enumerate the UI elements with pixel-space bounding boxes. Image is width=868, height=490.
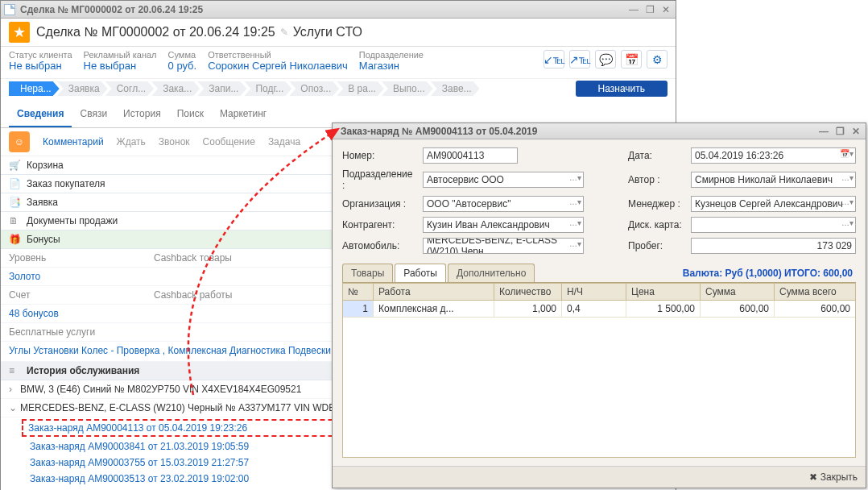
expand-icon[interactable]: ›: [9, 384, 20, 395]
maximize-icon[interactable]: ❐: [833, 125, 846, 138]
col-price[interactable]: Цена: [626, 284, 701, 300]
manager-label: Менеджер :: [628, 198, 684, 210]
account-label: Счет: [9, 289, 154, 301]
action-task[interactable]: Задача: [268, 136, 300, 147]
car-title-0: BMW, 3 (E46) Синий № М802УР750 VIN X4XEV…: [20, 384, 301, 395]
stage-5[interactable]: Подг...: [244, 81, 291, 96]
stage-4[interactable]: Запи...: [197, 81, 246, 96]
resp-value[interactable]: Сорокин Сергей Николаевич: [208, 60, 348, 72]
call-out-icon[interactable]: ↗℡: [569, 50, 590, 69]
level-value[interactable]: Золото: [9, 271, 40, 282]
cell-n: 1: [343, 301, 374, 317]
dropdown-icon[interactable]: …▾: [569, 173, 581, 182]
col-nh[interactable]: Н/Ч: [562, 284, 626, 300]
cart-icon: 🛒: [9, 160, 22, 171]
status-value[interactable]: Не выбран: [9, 60, 72, 72]
col-qty[interactable]: Количество: [494, 284, 562, 300]
dropdown-icon[interactable]: …▾: [841, 173, 854, 182]
sub-tabs: Товары Работы Дополнительно Валюта: Руб …: [342, 264, 856, 283]
meta-row: Статус клиентаНе выбран Рекламный каналН…: [1, 47, 676, 79]
account-value[interactable]: 48 бонусов: [9, 308, 59, 319]
org-input[interactable]: ООО "Автосервис"…▾: [423, 196, 584, 212]
close-icon[interactable]: ✕: [659, 3, 672, 16]
action-comment[interactable]: Комментарий: [43, 136, 104, 147]
col-n[interactable]: №: [343, 284, 374, 300]
dropdown-icon[interactable]: …▾: [569, 197, 581, 206]
channel-label: Рекламный канал: [84, 50, 157, 60]
contr-input[interactable]: Кузин Иван Александрович…▾: [423, 217, 584, 233]
child-title: Заказ-наряд № АМ90004113 от 05.04.2019: [341, 126, 817, 137]
tab-search[interactable]: Поиск: [169, 102, 212, 127]
minimize-icon[interactable]: —: [817, 125, 830, 138]
close-button[interactable]: ✖Закрыть: [809, 471, 858, 483]
author-label: Автор :: [628, 174, 684, 185]
calendar-picker-icon[interactable]: 📅▾: [840, 149, 854, 158]
settings-icon[interactable]: ⚙: [647, 50, 668, 69]
sum-label: Сумма: [168, 50, 197, 60]
stage-0[interactable]: Нера...: [9, 81, 60, 96]
org-label: Организация :: [342, 198, 416, 210]
dept-value[interactable]: Магазин: [359, 60, 424, 72]
run-input[interactable]: 173 029: [691, 238, 856, 254]
section-docs-label: Документы продажи: [27, 215, 118, 226]
stage-3[interactable]: Зака...: [151, 81, 200, 96]
maximize-icon[interactable]: ❐: [643, 3, 656, 16]
stage-1[interactable]: Заявка: [57, 81, 108, 96]
minimize-icon[interactable]: —: [627, 3, 640, 16]
col-sum[interactable]: Сумма: [701, 284, 775, 300]
star-icon: ★: [9, 22, 30, 43]
action-wait[interactable]: Ждать: [117, 136, 146, 147]
stage-8[interactable]: Выпо...: [382, 81, 433, 96]
works-grid[interactable]: № Работа Количество Н/Ч Цена Сумма Сумма…: [342, 283, 856, 458]
call-in-icon[interactable]: ↙℡: [544, 50, 564, 69]
header-row: ★ Сделка № МГ0000002 от 20.06.24 19:25 ✎…: [1, 19, 676, 47]
sum-value[interactable]: 0 руб.: [168, 60, 197, 72]
cell-total: 600,00: [775, 301, 855, 317]
section-history-label: История обслуживания: [27, 365, 139, 376]
tab-history[interactable]: История: [115, 102, 169, 127]
date-input[interactable]: 05.04.2019 16:23:26📅▾: [691, 147, 856, 164]
close-icon[interactable]: ✕: [849, 125, 862, 138]
stage-6[interactable]: Опоз...: [289, 81, 339, 96]
history-icon: ≡: [9, 365, 22, 376]
subtab-works[interactable]: Работы: [395, 264, 446, 282]
assign-button[interactable]: Назначить: [576, 81, 668, 97]
tab-marketing[interactable]: Маркетинг: [212, 102, 275, 127]
gift-icon: 🎁: [9, 234, 22, 245]
stage-9[interactable]: Заве...: [431, 81, 480, 96]
contr-label: Контрагент:: [342, 219, 416, 230]
num-input[interactable]: АМ90004113: [423, 147, 518, 164]
collapse-icon[interactable]: ⌄: [9, 402, 20, 413]
child-title-bar: Заказ-наряд № АМ90004113 от 05.04.2019 —…: [333, 123, 866, 139]
tab-links[interactable]: Связи: [72, 102, 115, 127]
comment-icon[interactable]: ☺: [9, 131, 30, 152]
dropdown-icon[interactable]: …▾: [569, 239, 581, 248]
channel-value[interactable]: Не выбран: [84, 60, 157, 72]
action-call[interactable]: Звонок: [159, 136, 190, 147]
calendar-icon[interactable]: 📅: [621, 50, 642, 69]
edit-icon[interactable]: ✎: [280, 27, 288, 38]
title-bar: Сделка № МГ0000002 от 20.06.24 19:25 — ❐…: [1, 1, 676, 19]
close-x-icon: ✖: [809, 471, 817, 483]
section-request-label: Заявка: [27, 197, 58, 208]
dropdown-icon[interactable]: …▾: [841, 197, 854, 206]
cell-nh: 0,4: [562, 301, 626, 317]
child-footer: ✖Закрыть: [333, 466, 866, 488]
chat-icon[interactable]: 💬: [595, 50, 616, 69]
dropdown-icon[interactable]: …▾: [569, 218, 581, 227]
card-input[interactable]: …▾: [691, 217, 856, 233]
action-message[interactable]: Сообщение: [203, 136, 255, 147]
stage-7[interactable]: В ра...: [337, 81, 384, 96]
col-total[interactable]: Сумма всего: [775, 284, 855, 300]
dept-input[interactable]: Автосервис ООО…▾: [423, 172, 584, 188]
col-work[interactable]: Работа: [374, 284, 494, 300]
dropdown-icon[interactable]: …▾: [841, 218, 854, 227]
grid-row[interactable]: 1 Комплексная д... 1,000 0,4 1 500,00 60…: [343, 301, 855, 318]
subtab-goods[interactable]: Товары: [342, 264, 393, 282]
tab-info[interactable]: Сведения: [9, 102, 72, 127]
author-input[interactable]: Смирнов Николай Николаевич…▾: [691, 172, 856, 188]
subtab-extra[interactable]: Дополнительно: [448, 264, 535, 282]
stage-2[interactable]: Согл...: [105, 81, 154, 96]
manager-input[interactable]: Кузнецов Сергей Александрович…▾: [691, 196, 856, 212]
car-input[interactable]: MERCEDES-BENZ, E-CLASS (W210) Черн…▾: [423, 238, 584, 254]
